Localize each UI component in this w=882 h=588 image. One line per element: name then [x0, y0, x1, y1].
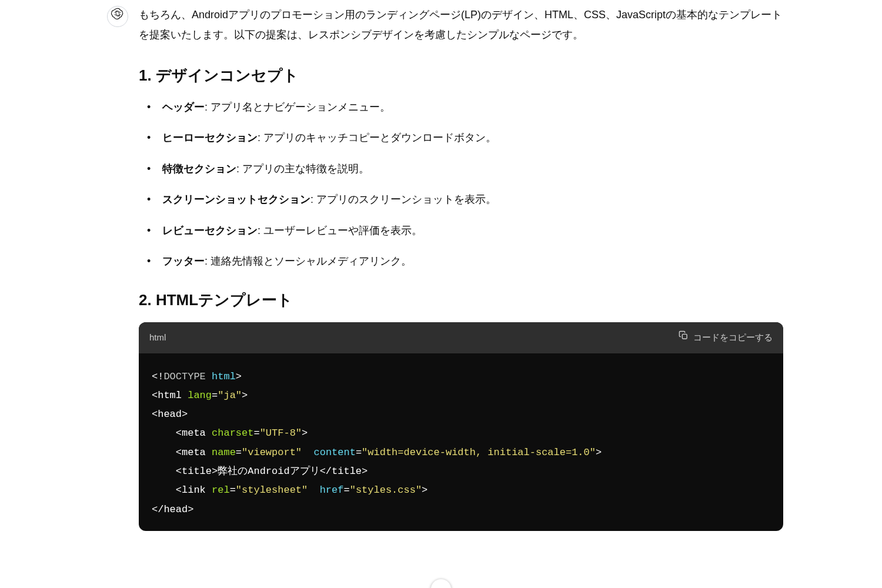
bullet-label: レビューセクション: [162, 225, 258, 236]
code-language-label: html: [149, 329, 166, 346]
list-item: フッター: 連絡先情報とソーシャルメディアリンク。: [139, 252, 783, 270]
code-header: html コードをコピーする: [139, 322, 783, 353]
list-item: レビューセクション: ユーザーレビューや評価を表示。: [139, 221, 783, 240]
message-content: もちろん、Androidアプリのプロモーション用のランディングページ(LP)のデ…: [139, 5, 788, 531]
openai-logo-icon: [111, 6, 124, 26]
bullet-label: ヒーローセクション: [162, 132, 258, 143]
avatar-column: [94, 5, 139, 531]
section2-heading: 2. HTMLテンプレート: [139, 289, 783, 312]
bullet-label: フッター: [162, 255, 205, 267]
bullet-desc: : アプリのスクリーンショットを表示。: [310, 193, 496, 205]
list-item: 特徴セクション: アプリの主な特徴を説明。: [139, 159, 783, 178]
copy-code-label: コードをコピーする: [693, 329, 773, 346]
copy-code-button[interactable]: コードをコピーする: [679, 329, 773, 346]
code-body[interactable]: <!DOCTYPE html> <html lang="ja"> <head> …: [139, 353, 783, 531]
intro-paragraph: もちろん、Androidアプリのプロモーション用のランディングページ(LP)のデ…: [139, 5, 783, 45]
bullet-desc: : 連絡先情報とソーシャルメディアリンク。: [205, 255, 412, 267]
copy-icon: [679, 329, 689, 346]
bullet-desc: : アプリのキャッチコピーとダウンロードボタン。: [258, 132, 496, 143]
bullet-desc: : ユーザーレビューや評価を表示。: [258, 225, 422, 236]
bullet-label: スクリーンショットセクション: [162, 193, 310, 205]
section1-heading: 1. デザインコンセプト: [139, 65, 783, 87]
assistant-avatar: [107, 6, 128, 27]
list-item: ヘッダー: アプリ名とナビゲーションメニュー。: [139, 98, 783, 116]
message-container: もちろん、Androidアプリのプロモーション用のランディングページ(LP)のデ…: [94, 0, 788, 531]
scroll-down-button[interactable]: [430, 579, 452, 588]
list-item: スクリーンショットセクション: アプリのスクリーンショットを表示。: [139, 190, 783, 209]
bullet-desc: : アプリ名とナビゲーションメニュー。: [205, 101, 390, 113]
code-block: html コードをコピーする <!DOCTYPE html> <html lan…: [139, 322, 783, 531]
bullet-label: 特徴セクション: [162, 163, 236, 175]
bullet-desc: : アプリの主な特徴を説明。: [236, 163, 369, 175]
list-item: ヒーローセクション: アプリのキャッチコピーとダウンロードボタン。: [139, 128, 783, 147]
concept-bullet-list: ヘッダー: アプリ名とナビゲーションメニュー。 ヒーローセクション: アプリのキ…: [139, 98, 783, 270]
bullet-label: ヘッダー: [162, 101, 205, 113]
svg-rect-0: [682, 334, 687, 339]
